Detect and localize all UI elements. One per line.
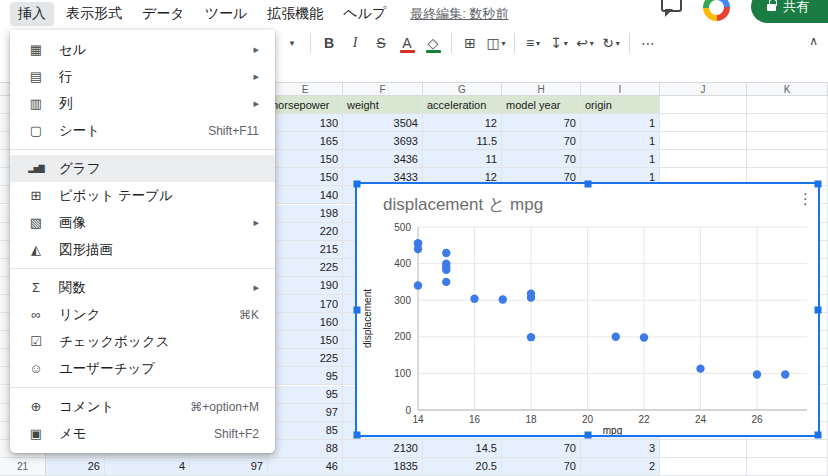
cell-E19[interactable]: 85 xyxy=(268,422,343,440)
cell-K21[interactable] xyxy=(747,458,828,476)
cell-J20[interactable] xyxy=(660,440,747,458)
text-wrap-icon[interactable]: ↩▾ xyxy=(573,31,597,55)
menubar-item-data[interactable]: データ xyxy=(134,2,193,26)
cell-H4[interactable]: 70 xyxy=(502,150,581,168)
cell-E9[interactable]: 215 xyxy=(268,241,343,259)
column-header-J[interactable]: J xyxy=(660,82,747,96)
insert-menu-item-cells[interactable]: ▦セル▸ xyxy=(10,36,275,63)
cell-E12[interactable]: 170 xyxy=(268,295,343,313)
merge-cells-icon[interactable]: ◫▾ xyxy=(484,31,508,55)
cell-F3[interactable]: 3693 xyxy=(343,132,423,150)
last-edit-status[interactable]: 最終編集: 数秒前 xyxy=(410,5,508,23)
menubar-item-help[interactable]: ヘルプ xyxy=(335,2,394,26)
cell-F2[interactable]: 3504 xyxy=(343,114,423,132)
cell-I4[interactable]: 1 xyxy=(581,150,660,168)
insert-menu-item-chart[interactable]: ▂▅▇グラフ xyxy=(10,155,275,182)
selection-handle-e[interactable] xyxy=(815,306,822,313)
cell-E1[interactable]: horsepower xyxy=(268,96,343,114)
cell-G2[interactable]: 12 xyxy=(423,114,502,132)
cell-H21[interactable]: 70 xyxy=(502,458,581,476)
cell-I1[interactable]: origin xyxy=(581,96,660,114)
cell-E11[interactable]: 190 xyxy=(268,277,343,295)
cell-K1[interactable] xyxy=(747,96,828,114)
chart-overlay[interactable]: 010020030040050014161820222426displaceme… xyxy=(355,182,820,437)
insert-menu-item-note[interactable]: ▣メモShift+F2 xyxy=(10,420,275,447)
cell-C21[interactable]: 4 xyxy=(105,458,190,476)
cell-F20[interactable]: 2130 xyxy=(343,440,423,458)
row-header-21[interactable]: 21 xyxy=(0,458,46,476)
insert-menu-item-pivot-table[interactable]: ⊞ピボット テーブル xyxy=(10,182,275,209)
strikethrough-icon[interactable]: S xyxy=(369,31,393,55)
insert-menu-item-checkbox[interactable]: ☑チェックボックス xyxy=(10,328,275,355)
vertical-align-icon[interactable]: ↧▾ xyxy=(547,31,571,55)
cell-J3[interactable] xyxy=(660,132,747,150)
cell-I2[interactable]: 1 xyxy=(581,114,660,132)
cell-J2[interactable] xyxy=(660,114,747,132)
menubar-item-tools[interactable]: ツール xyxy=(197,2,256,26)
cell-E13[interactable]: 160 xyxy=(268,313,343,331)
insert-menu-item-columns[interactable]: ▥列▸ xyxy=(10,90,275,117)
bold-icon[interactable]: B xyxy=(317,31,341,55)
selection-handle-sw[interactable] xyxy=(354,432,361,439)
cell-E2[interactable]: 130 xyxy=(268,114,343,132)
insert-menu-item-drawing[interactable]: ◭図形描画 xyxy=(10,236,275,263)
cell-B21[interactable]: 26 xyxy=(46,458,105,476)
selection-handle-n[interactable] xyxy=(584,181,591,188)
cell-I3[interactable]: 1 xyxy=(581,132,660,150)
share-button[interactable]: 共有 xyxy=(751,0,828,23)
cell-E7[interactable]: 198 xyxy=(268,205,343,223)
cell-G20[interactable]: 14.5 xyxy=(423,440,502,458)
cell-E20[interactable]: 88 xyxy=(268,440,343,458)
cell-G4[interactable]: 11 xyxy=(423,150,502,168)
comment-history-icon[interactable] xyxy=(661,0,682,12)
cell-G1[interactable]: acceleration xyxy=(423,96,502,114)
cell-H20[interactable]: 70 xyxy=(502,440,581,458)
selection-handle-w[interactable] xyxy=(354,306,361,313)
cell-I21[interactable]: 2 xyxy=(581,458,660,476)
borders-icon[interactable]: ⊞ xyxy=(458,31,482,55)
menubar-item-insert[interactable]: 挿入 xyxy=(10,2,54,26)
cell-K4[interactable] xyxy=(747,150,828,168)
selection-handle-s[interactable] xyxy=(584,432,591,439)
cell-E10[interactable]: 225 xyxy=(268,259,343,277)
column-header-K[interactable]: K xyxy=(747,82,828,96)
cell-E8[interactable]: 220 xyxy=(268,223,343,241)
cell-H3[interactable]: 70 xyxy=(502,132,581,150)
cell-E16[interactable]: 95 xyxy=(268,367,343,385)
selection-handle-ne[interactable] xyxy=(815,181,822,188)
column-header-H[interactable]: H xyxy=(502,82,581,96)
format-menu-chevron[interactable]: ▾ xyxy=(280,31,304,55)
horizontal-align-icon[interactable]: ≡▾ xyxy=(521,31,545,55)
insert-menu-item-people-chip[interactable]: ☺ユーザーチップ xyxy=(10,355,275,382)
cell-D21[interactable]: 97 xyxy=(190,458,268,476)
cell-H2[interactable]: 70 xyxy=(502,114,581,132)
column-header-F[interactable]: F xyxy=(343,82,423,96)
selection-handle-nw[interactable] xyxy=(354,181,361,188)
cell-E3[interactable]: 165 xyxy=(268,132,343,150)
chart-menu-icon[interactable]: ⋮ xyxy=(798,191,813,206)
cell-E6[interactable]: 140 xyxy=(268,186,343,204)
cell-E18[interactable]: 97 xyxy=(268,404,343,422)
cell-J1[interactable] xyxy=(660,96,747,114)
fill-color-icon[interactable]: ◇ xyxy=(421,31,445,55)
collapse-toolbar-icon[interactable]: ∧ xyxy=(809,34,818,48)
cell-K20[interactable] xyxy=(747,440,828,458)
insert-menu-item-link[interactable]: ∞リンク⌘K xyxy=(10,301,275,328)
cell-E14[interactable]: 150 xyxy=(268,331,343,349)
cell-K3[interactable] xyxy=(747,132,828,150)
cell-H1[interactable]: model year xyxy=(502,96,581,114)
cell-E5[interactable]: 150 xyxy=(268,168,343,186)
insert-menu-item-rows[interactable]: ▤行▸ xyxy=(10,63,275,90)
menubar-item-extensions[interactable]: 拡張機能 xyxy=(259,2,331,26)
insert-menu-item-function[interactable]: Σ関数▸ xyxy=(10,274,275,301)
insert-menu-item-image[interactable]: ▧画像▸ xyxy=(10,209,275,236)
cell-I20[interactable]: 3 xyxy=(581,440,660,458)
more-icon[interactable]: ⋯ xyxy=(636,31,660,55)
insert-menu-item-sheet[interactable]: ▢シートShift+F11 xyxy=(10,117,275,144)
cell-E4[interactable]: 150 xyxy=(268,150,343,168)
cell-E17[interactable]: 95 xyxy=(268,386,343,404)
text-rotation-icon[interactable]: ↻▾ xyxy=(599,31,623,55)
cell-F1[interactable]: weight xyxy=(343,96,423,114)
italic-icon[interactable]: I xyxy=(343,31,367,55)
cell-J21[interactable] xyxy=(660,458,747,476)
